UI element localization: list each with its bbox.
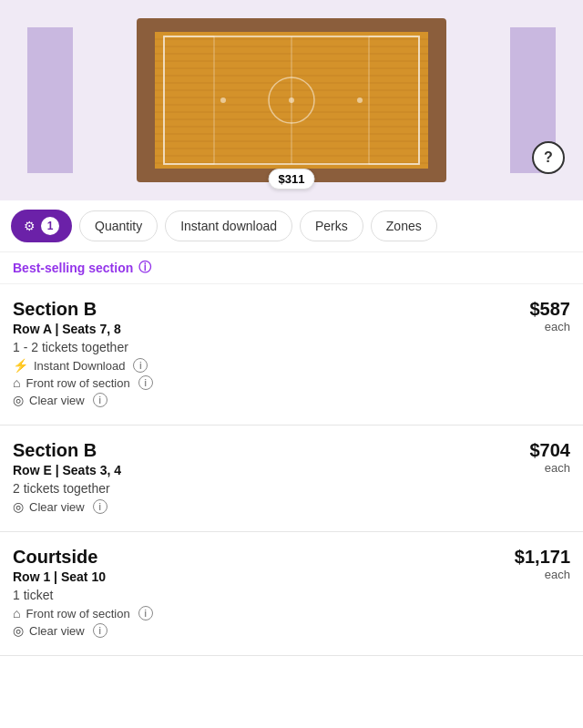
perk-icon: ◎ [13, 623, 24, 638]
ticket-listing[interactable]: Section B Row A | Seats 7, 8 1 - 2 ticke… [0, 284, 583, 426]
svg-rect-21 [369, 36, 419, 164]
svg-point-25 [289, 97, 294, 103]
perk-item: ◎ Clear view i [13, 499, 530, 514]
price-each: each [530, 320, 571, 333]
info-icon[interactable]: i [93, 393, 107, 407]
svg-point-23 [220, 97, 226, 103]
perk-label: Clear view [29, 394, 85, 407]
info-icon[interactable]: i [93, 623, 107, 638]
ticket-listing[interactable]: Section B Row E | Seats 3, 4 2 tickets t… [0, 426, 583, 532]
best-selling-label: Best-selling section [13, 261, 133, 275]
ticket-info: Section B Row A | Seats 7, 8 1 - 2 ticke… [13, 299, 530, 410]
quantity-filter-button[interactable]: Quantity [79, 210, 158, 241]
price-area: $1,171 each [515, 547, 570, 581]
seat-info: Row A | Seats 7, 8 [13, 322, 530, 336]
perk-icon: ⌂ [13, 606, 20, 620]
court-inner [155, 32, 428, 169]
ticket-count: 1 ticket [13, 588, 515, 602]
filter-badge: 1 [41, 217, 59, 235]
perk-label: Clear view [29, 624, 85, 638]
left-section [27, 27, 73, 173]
instant-download-filter-button[interactable]: Instant download [165, 210, 292, 241]
filter-active-button[interactable]: ⚙ 1 [11, 210, 72, 242]
section-name: Courtside [13, 547, 515, 568]
perk-icon: ◎ [13, 393, 24, 407]
section-name: Section B [13, 299, 530, 320]
perks-filter-button[interactable]: Perks [300, 210, 363, 241]
price-area: $704 each [530, 440, 571, 475]
svg-point-24 [357, 97, 363, 103]
court-lines-svg [155, 32, 428, 169]
price-main: $1,171 [515, 547, 570, 568]
ticket-info: Section B Row E | Seats 3, 4 2 tickets t… [13, 440, 530, 517]
seat-info: Row 1 | Seat 10 [13, 569, 515, 584]
perk-label: Instant Download [34, 359, 125, 373]
perk-label: Clear view [29, 500, 85, 514]
seat-info: Row E | Seats 3, 4 [13, 463, 530, 477]
venue-map: $311 ? [0, 0, 583, 200]
price-bubble: $311 [269, 169, 315, 190]
perk-item: ⌂ Front row of section i [13, 375, 530, 390]
perk-icon: ⚡ [13, 358, 28, 373]
price-each: each [515, 568, 570, 581]
info-icon[interactable]: i [138, 375, 153, 390]
zones-filter-button[interactable]: Zones [371, 210, 437, 241]
info-icon[interactable]: i [93, 499, 107, 514]
price-each: each [530, 461, 571, 475]
perk-label: Front row of section [26, 607, 129, 620]
perk-label: Front row of section [26, 376, 129, 390]
ticket-listing[interactable]: Courtside Row 1 | Seat 10 1 ticket ⌂ Fro… [0, 532, 583, 656]
perk-item: ◎ Clear view i [13, 623, 515, 638]
ticket-count: 1 - 2 tickets together [13, 340, 530, 354]
best-selling-banner: Best-selling section ⓘ [0, 252, 583, 284]
section-name: Section B [13, 440, 530, 461]
perk-icon: ⌂ [13, 375, 20, 390]
perk-item: ⚡ Instant Download i [13, 358, 530, 373]
best-selling-info-icon[interactable]: ⓘ [138, 260, 151, 276]
svg-rect-20 [164, 36, 214, 164]
price-main: $587 [530, 299, 571, 320]
perk-item: ⌂ Front row of section i [13, 606, 515, 620]
perk-item: ◎ Clear view i [13, 393, 530, 407]
listings-container: Section B Row A | Seats 7, 8 1 - 2 ticke… [0, 284, 583, 656]
price-area: $587 each [530, 299, 571, 333]
filter-bar: ⚙ 1 Quantity Instant download Perks Zone… [0, 200, 583, 252]
filter-icon: ⚙ [24, 219, 36, 233]
price-main: $704 [530, 440, 571, 461]
ticket-info: Courtside Row 1 | Seat 10 1 ticket ⌂ Fro… [13, 547, 515, 641]
info-icon[interactable]: i [138, 606, 153, 620]
help-icon[interactable]: ? [532, 141, 565, 174]
ticket-count: 2 tickets together [13, 481, 530, 496]
court-outer [137, 18, 446, 182]
perk-icon: ◎ [13, 499, 24, 514]
info-icon[interactable]: i [133, 358, 148, 373]
